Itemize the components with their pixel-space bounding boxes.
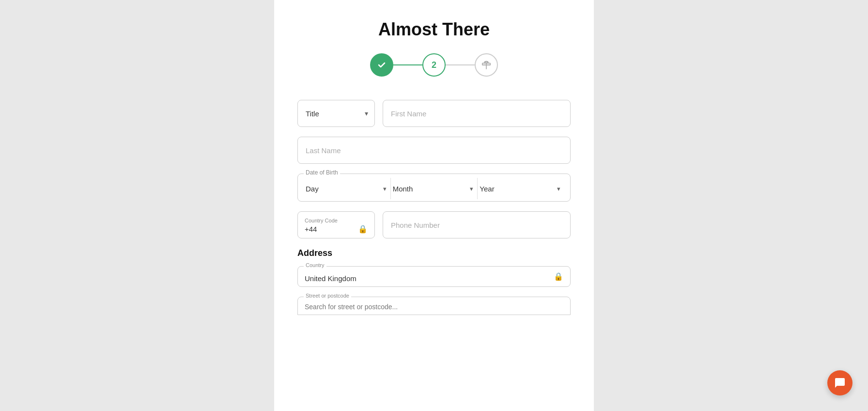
country-lock-icon: 🔒 bbox=[554, 272, 563, 281]
country-code-label: Country Code bbox=[305, 218, 368, 223]
country-field-label: Country bbox=[304, 262, 326, 268]
country-field: Country United Kingdom 🔒 bbox=[297, 266, 571, 287]
firstname-field bbox=[383, 100, 571, 127]
dob-selects: Day ▾ Month ▾ Year ▾ bbox=[304, 178, 564, 199]
page-title: Almost There bbox=[297, 19, 571, 40]
chat-icon bbox=[834, 377, 846, 389]
firstname-input[interactable] bbox=[383, 100, 571, 127]
title-firstname-row: Title Mr Mrs Ms Dr bbox=[297, 100, 571, 127]
title-select[interactable]: Title Mr Mrs Ms Dr bbox=[297, 100, 375, 127]
title-field: Title Mr Mrs Ms Dr bbox=[297, 100, 375, 127]
phone-input-field bbox=[383, 211, 571, 238]
chat-button[interactable] bbox=[827, 370, 852, 395]
dob-label: Date of Birth bbox=[304, 169, 340, 176]
dob-year-select[interactable]: Year bbox=[478, 178, 564, 199]
country-code-value: +44 bbox=[305, 225, 317, 233]
step-2-label: 2 bbox=[432, 60, 436, 70]
page-wrapper: Almost There 2 bbox=[0, 0, 868, 411]
dob-group: Date of Birth Day ▾ Month ▾ Year bbox=[297, 174, 571, 202]
step-line-2-3 bbox=[446, 64, 475, 65]
stepper: 2 bbox=[297, 53, 571, 77]
dob-month-wrap: Month ▾ bbox=[391, 178, 478, 199]
center-panel: Almost There 2 bbox=[274, 0, 594, 411]
lastname-section bbox=[297, 137, 571, 164]
country-field-value: United Kingdom bbox=[305, 274, 356, 283]
step-1-circle bbox=[370, 53, 393, 77]
phone-number-input[interactable] bbox=[383, 211, 571, 238]
step-line-1-2 bbox=[393, 64, 422, 65]
street-postcode-field: Street or postcode bbox=[297, 297, 571, 315]
street-postcode-label: Street or postcode bbox=[304, 293, 351, 299]
country-code-inner: Country Code +44 🔒 bbox=[305, 215, 368, 236]
lock-icon: 🔒 bbox=[358, 224, 368, 234]
country-code-field: Country Code +44 🔒 bbox=[297, 211, 375, 238]
title-select-wrapper: Title Mr Mrs Ms Dr bbox=[297, 100, 375, 127]
dob-month-select[interactable]: Month bbox=[391, 178, 478, 199]
dob-day-select[interactable]: Day bbox=[304, 178, 390, 199]
dob-year-wrap: Year ▾ bbox=[478, 178, 564, 199]
dob-day-wrap: Day ▾ bbox=[304, 178, 391, 199]
right-panel bbox=[594, 0, 868, 411]
lastname-field bbox=[297, 137, 571, 164]
country-code-value-row: +44 🔒 bbox=[305, 224, 368, 234]
step-2-circle: 2 bbox=[422, 53, 446, 77]
step-3-circle bbox=[475, 53, 498, 77]
left-panel bbox=[0, 0, 274, 411]
lastname-input[interactable] bbox=[297, 137, 571, 164]
phone-row: Country Code +44 🔒 bbox=[297, 211, 571, 238]
address-label: Address bbox=[297, 248, 571, 258]
street-postcode-input[interactable] bbox=[305, 301, 563, 313]
address-section: Address Country United Kingdom 🔒 Street … bbox=[297, 248, 571, 315]
